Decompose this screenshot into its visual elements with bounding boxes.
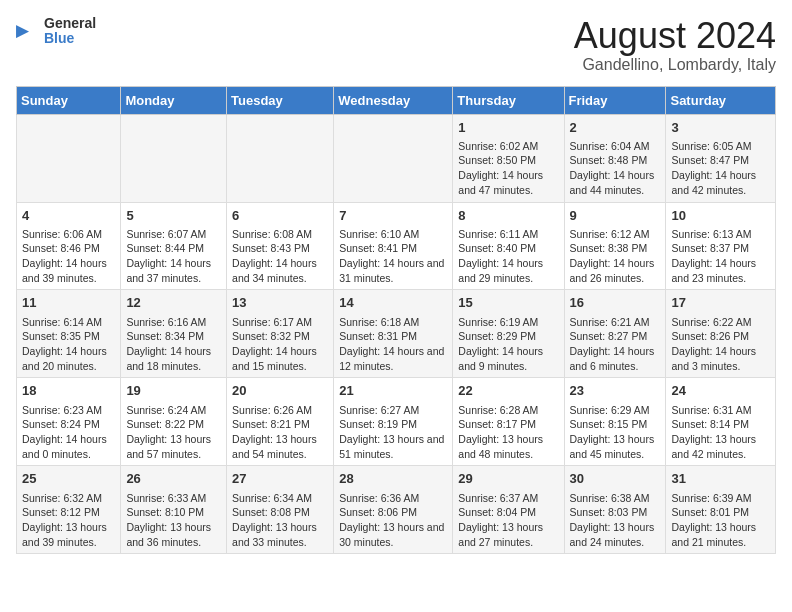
day-info: Sunrise: 6:34 AM Sunset: 8:08 PM Dayligh… — [232, 491, 328, 550]
day-info: Sunrise: 6:05 AM Sunset: 8:47 PM Dayligh… — [671, 139, 770, 198]
calendar-cell: 7Sunrise: 6:10 AM Sunset: 8:41 PM Daylig… — [334, 202, 453, 290]
page-title: August 2024 — [574, 16, 776, 56]
day-info: Sunrise: 6:21 AM Sunset: 8:27 PM Dayligh… — [570, 315, 661, 374]
calendar-cell — [17, 114, 121, 202]
svg-text:▶: ▶ — [16, 21, 30, 41]
calendar-cell: 29Sunrise: 6:37 AM Sunset: 8:04 PM Dayli… — [453, 466, 564, 554]
calendar-cell: 17Sunrise: 6:22 AM Sunset: 8:26 PM Dayli… — [666, 290, 776, 378]
day-info: Sunrise: 6:04 AM Sunset: 8:48 PM Dayligh… — [570, 139, 661, 198]
calendar-cell: 1Sunrise: 6:02 AM Sunset: 8:50 PM Daylig… — [453, 114, 564, 202]
day-number: 1 — [458, 119, 558, 137]
calendar-cell — [334, 114, 453, 202]
day-number: 19 — [126, 382, 221, 400]
day-info: Sunrise: 6:29 AM Sunset: 8:15 PM Dayligh… — [570, 403, 661, 462]
calendar-body: 1Sunrise: 6:02 AM Sunset: 8:50 PM Daylig… — [17, 114, 776, 554]
day-number: 16 — [570, 294, 661, 312]
logo-line2: Blue — [44, 31, 96, 46]
calendar-cell: 23Sunrise: 6:29 AM Sunset: 8:15 PM Dayli… — [564, 378, 666, 466]
day-number: 11 — [22, 294, 115, 312]
calendar-cell: 16Sunrise: 6:21 AM Sunset: 8:27 PM Dayli… — [564, 290, 666, 378]
calendar-cell: 22Sunrise: 6:28 AM Sunset: 8:17 PM Dayli… — [453, 378, 564, 466]
day-info: Sunrise: 6:24 AM Sunset: 8:22 PM Dayligh… — [126, 403, 221, 462]
day-info: Sunrise: 6:31 AM Sunset: 8:14 PM Dayligh… — [671, 403, 770, 462]
calendar-cell: 8Sunrise: 6:11 AM Sunset: 8:40 PM Daylig… — [453, 202, 564, 290]
day-number: 31 — [671, 470, 770, 488]
day-number: 22 — [458, 382, 558, 400]
day-info: Sunrise: 6:39 AM Sunset: 8:01 PM Dayligh… — [671, 491, 770, 550]
day-number: 10 — [671, 207, 770, 225]
calendar-cell: 15Sunrise: 6:19 AM Sunset: 8:29 PM Dayli… — [453, 290, 564, 378]
day-number: 18 — [22, 382, 115, 400]
calendar-cell: 24Sunrise: 6:31 AM Sunset: 8:14 PM Dayli… — [666, 378, 776, 466]
calendar-cell: 10Sunrise: 6:13 AM Sunset: 8:37 PM Dayli… — [666, 202, 776, 290]
day-info: Sunrise: 6:18 AM Sunset: 8:31 PM Dayligh… — [339, 315, 447, 374]
calendar-cell: 25Sunrise: 6:32 AM Sunset: 8:12 PM Dayli… — [17, 466, 121, 554]
day-number: 3 — [671, 119, 770, 137]
calendar-cell: 14Sunrise: 6:18 AM Sunset: 8:31 PM Dayli… — [334, 290, 453, 378]
day-info: Sunrise: 6:08 AM Sunset: 8:43 PM Dayligh… — [232, 227, 328, 286]
day-number: 5 — [126, 207, 221, 225]
day-info: Sunrise: 6:02 AM Sunset: 8:50 PM Dayligh… — [458, 139, 558, 198]
day-number: 7 — [339, 207, 447, 225]
calendar-cell: 28Sunrise: 6:36 AM Sunset: 8:06 PM Dayli… — [334, 466, 453, 554]
day-info: Sunrise: 6:36 AM Sunset: 8:06 PM Dayligh… — [339, 491, 447, 550]
day-info: Sunrise: 6:33 AM Sunset: 8:10 PM Dayligh… — [126, 491, 221, 550]
day-number: 4 — [22, 207, 115, 225]
day-info: Sunrise: 6:38 AM Sunset: 8:03 PM Dayligh… — [570, 491, 661, 550]
page-header: ▶ General Blue August 2024 Gandellino, L… — [16, 16, 776, 74]
logo-text: General Blue — [44, 16, 96, 47]
day-number: 25 — [22, 470, 115, 488]
day-info: Sunrise: 6:26 AM Sunset: 8:21 PM Dayligh… — [232, 403, 328, 462]
calendar-cell: 20Sunrise: 6:26 AM Sunset: 8:21 PM Dayli… — [227, 378, 334, 466]
logo-icon: ▶ — [16, 19, 40, 43]
day-number: 2 — [570, 119, 661, 137]
calendar-cell: 27Sunrise: 6:34 AM Sunset: 8:08 PM Dayli… — [227, 466, 334, 554]
header-sunday: Sunday — [17, 86, 121, 114]
day-number: 17 — [671, 294, 770, 312]
calendar-header: SundayMondayTuesdayWednesdayThursdayFrid… — [17, 86, 776, 114]
logo: ▶ General Blue — [16, 16, 96, 47]
calendar-cell: 3Sunrise: 6:05 AM Sunset: 8:47 PM Daylig… — [666, 114, 776, 202]
day-info: Sunrise: 6:13 AM Sunset: 8:37 PM Dayligh… — [671, 227, 770, 286]
header-row: SundayMondayTuesdayWednesdayThursdayFrid… — [17, 86, 776, 114]
calendar-cell: 18Sunrise: 6:23 AM Sunset: 8:24 PM Dayli… — [17, 378, 121, 466]
calendar-cell — [121, 114, 227, 202]
calendar-cell: 9Sunrise: 6:12 AM Sunset: 8:38 PM Daylig… — [564, 202, 666, 290]
calendar-cell: 2Sunrise: 6:04 AM Sunset: 8:48 PM Daylig… — [564, 114, 666, 202]
day-info: Sunrise: 6:28 AM Sunset: 8:17 PM Dayligh… — [458, 403, 558, 462]
day-number: 12 — [126, 294, 221, 312]
week-row-0: 1Sunrise: 6:02 AM Sunset: 8:50 PM Daylig… — [17, 114, 776, 202]
day-info: Sunrise: 6:19 AM Sunset: 8:29 PM Dayligh… — [458, 315, 558, 374]
logo-line1: General — [44, 16, 96, 31]
calendar-cell: 5Sunrise: 6:07 AM Sunset: 8:44 PM Daylig… — [121, 202, 227, 290]
calendar-cell: 12Sunrise: 6:16 AM Sunset: 8:34 PM Dayli… — [121, 290, 227, 378]
calendar-table: SundayMondayTuesdayWednesdayThursdayFrid… — [16, 86, 776, 555]
day-info: Sunrise: 6:17 AM Sunset: 8:32 PM Dayligh… — [232, 315, 328, 374]
header-wednesday: Wednesday — [334, 86, 453, 114]
calendar-cell: 4Sunrise: 6:06 AM Sunset: 8:46 PM Daylig… — [17, 202, 121, 290]
header-tuesday: Tuesday — [227, 86, 334, 114]
header-thursday: Thursday — [453, 86, 564, 114]
day-number: 13 — [232, 294, 328, 312]
day-info: Sunrise: 6:37 AM Sunset: 8:04 PM Dayligh… — [458, 491, 558, 550]
day-number: 24 — [671, 382, 770, 400]
day-info: Sunrise: 6:07 AM Sunset: 8:44 PM Dayligh… — [126, 227, 221, 286]
week-row-4: 25Sunrise: 6:32 AM Sunset: 8:12 PM Dayli… — [17, 466, 776, 554]
day-number: 9 — [570, 207, 661, 225]
calendar-cell: 21Sunrise: 6:27 AM Sunset: 8:19 PM Dayli… — [334, 378, 453, 466]
day-number: 27 — [232, 470, 328, 488]
day-number: 14 — [339, 294, 447, 312]
day-number: 8 — [458, 207, 558, 225]
calendar-cell — [227, 114, 334, 202]
calendar-cell: 19Sunrise: 6:24 AM Sunset: 8:22 PM Dayli… — [121, 378, 227, 466]
week-row-3: 18Sunrise: 6:23 AM Sunset: 8:24 PM Dayli… — [17, 378, 776, 466]
day-number: 26 — [126, 470, 221, 488]
calendar-cell: 13Sunrise: 6:17 AM Sunset: 8:32 PM Dayli… — [227, 290, 334, 378]
day-info: Sunrise: 6:12 AM Sunset: 8:38 PM Dayligh… — [570, 227, 661, 286]
header-saturday: Saturday — [666, 86, 776, 114]
week-row-2: 11Sunrise: 6:14 AM Sunset: 8:35 PM Dayli… — [17, 290, 776, 378]
day-number: 6 — [232, 207, 328, 225]
day-number: 15 — [458, 294, 558, 312]
day-number: 20 — [232, 382, 328, 400]
day-info: Sunrise: 6:27 AM Sunset: 8:19 PM Dayligh… — [339, 403, 447, 462]
